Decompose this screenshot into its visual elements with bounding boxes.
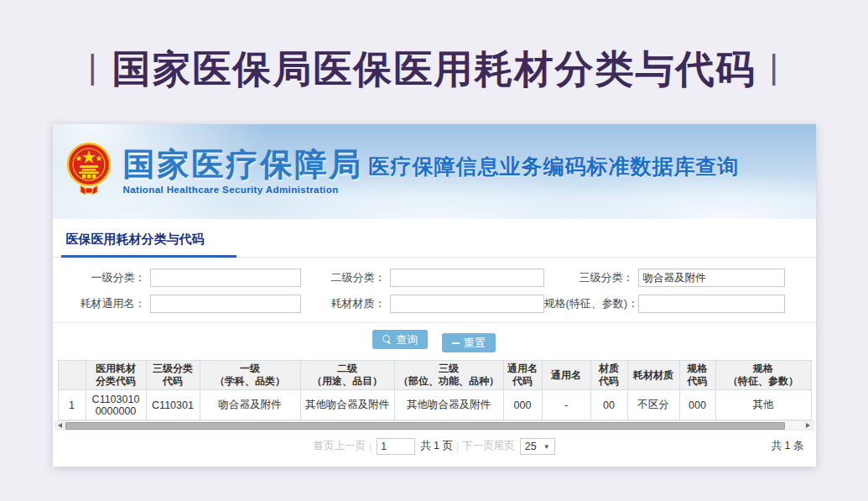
total-pages-label: 共 1 页 xyxy=(420,441,453,452)
common-name-label: 耗材通用名： xyxy=(53,296,150,311)
tab-consumable-code[interactable]: 医保医用耗材分类与代码 xyxy=(61,232,236,258)
last-page-link[interactable]: 尾页 xyxy=(494,441,515,452)
page-size-value: 25 xyxy=(525,441,537,452)
cell-consumable-code: C11030100000000 xyxy=(86,390,146,420)
level2-label: 二级分类： xyxy=(301,270,390,285)
reset-button-label: 重置 xyxy=(464,336,486,351)
page-title-text: 国家医保局医保医用耗材分类与代码 xyxy=(112,47,756,91)
scroll-right-icon xyxy=(806,423,810,428)
cell-material-code: 00 xyxy=(590,390,627,420)
col-spec: 规格 （特征、参数） xyxy=(715,361,811,390)
search-button-label: 查询 xyxy=(396,332,418,347)
cell-common-name-code: 000 xyxy=(503,390,542,420)
result-table-wrap: 医用耗材 分类代码 三级分类 代码 一级 （学科、品类） 二级 （用途、品目） … xyxy=(53,360,816,420)
level1-input[interactable] xyxy=(150,269,301,287)
col-material-code: 材质 代码 xyxy=(590,361,627,390)
page-size-select[interactable]: 25▼ xyxy=(520,438,555,455)
material-label: 耗材材质： xyxy=(301,296,390,311)
site-banner: 国家医疗保障局 National Healthcare Security Adm… xyxy=(53,124,816,219)
col-spec-code: 规格 代码 xyxy=(679,361,715,390)
cell-level3-code: C110301 xyxy=(146,390,200,420)
level3-input[interactable] xyxy=(638,269,785,287)
pager-divider: | xyxy=(456,441,459,452)
level3-label: 三级分类： xyxy=(544,270,638,285)
tab-bar: 医保医用耗材分类与代码 xyxy=(53,219,816,258)
common-name-input[interactable] xyxy=(150,295,301,313)
spec-label: 规格(特征、参数)： xyxy=(544,296,638,311)
minus-icon xyxy=(452,342,460,344)
pagination-bar: 首页上一页|共 1 页|下一页尾页25▼ 共 1 条 xyxy=(53,431,816,467)
total-count-label: 共 1 条 xyxy=(772,439,804,453)
scroll-left-button[interactable] xyxy=(55,421,65,430)
table-row[interactable]: 1 C11030100000000 C110301 吻合器及附件 其他吻合器及附… xyxy=(58,390,811,420)
cell-common-name: - xyxy=(542,390,590,420)
cell-index: 1 xyxy=(58,390,86,420)
col-level3: 三级 （部位、功能、品种） xyxy=(394,361,503,390)
scrollbar-thumb[interactable] xyxy=(65,422,785,430)
org-name-cn: 国家医疗保障局 xyxy=(123,149,364,182)
cell-spec-code: 000 xyxy=(679,390,715,420)
table-header-row: 医用耗材 分类代码 三级分类 代码 一级 （学科、品类） 二级 （用途、品目） … xyxy=(58,361,811,390)
next-page-link[interactable]: 下一页 xyxy=(462,441,494,452)
button-bar: 查询 重置 xyxy=(53,323,816,360)
cell-level2: 其他吻合器及附件 xyxy=(300,390,394,420)
col-level1: 一级 （学科、品类） xyxy=(200,361,300,390)
main-panel: 国家医疗保障局 National Healthcare Security Adm… xyxy=(53,124,816,467)
col-level2: 二级 （用途、品目） xyxy=(300,361,394,390)
org-title-block: 国家医疗保障局 National Healthcare Security Adm… xyxy=(123,149,364,195)
query-form: 一级分类： 二级分类： 三级分类： 耗材通用名： 耗材材质： 规格(特征、参数)… xyxy=(53,258,816,323)
chevron-down-icon: ▼ xyxy=(543,443,550,451)
cell-material: 不区分 xyxy=(627,390,679,420)
reset-button[interactable]: 重置 xyxy=(442,333,496,352)
page-number-input[interactable] xyxy=(377,438,415,455)
col-common-name: 通用名 xyxy=(542,361,590,390)
system-title: 医疗保障信息业务编码标准数据库查询 xyxy=(369,153,740,180)
scroll-right-button[interactable] xyxy=(803,421,813,430)
cell-level1: 吻合器及附件 xyxy=(200,390,300,420)
result-table: 医用耗材 分类代码 三级分类 代码 一级 （学科、品类） 二级 （用途、品目） … xyxy=(58,360,812,420)
title-left-bar: | xyxy=(88,49,98,86)
col-index xyxy=(58,361,86,390)
prev-page-link[interactable]: 上一页 xyxy=(334,441,366,452)
cell-level3: 其他吻合器及附件 xyxy=(394,390,503,420)
spec-input[interactable] xyxy=(638,295,785,313)
pager-divider: | xyxy=(369,441,372,452)
title-right-bar: | xyxy=(770,49,780,86)
horizontal-scrollbar[interactable] xyxy=(55,420,814,431)
page-title: |国家医保局医保医用耗材分类与代码| xyxy=(0,44,868,96)
cell-spec: 其他 xyxy=(715,390,811,420)
col-level3-code: 三级分类 代码 xyxy=(146,361,200,390)
search-icon xyxy=(382,335,392,344)
scrollbar-track[interactable] xyxy=(65,421,803,430)
col-consumable-code: 医用耗材 分类代码 xyxy=(86,361,146,390)
col-material: 耗材材质 xyxy=(627,361,679,390)
scroll-left-icon xyxy=(58,423,62,428)
col-common-name-code: 通用名 代码 xyxy=(503,361,542,390)
first-page-link[interactable]: 首页 xyxy=(313,441,334,452)
org-name-en: National Healthcare Security Administrat… xyxy=(123,185,364,195)
level2-input[interactable] xyxy=(390,269,544,287)
material-input[interactable] xyxy=(390,295,544,313)
national-emblem-icon xyxy=(66,142,112,197)
level1-label: 一级分类： xyxy=(53,270,150,285)
search-button[interactable]: 查询 xyxy=(372,330,428,349)
